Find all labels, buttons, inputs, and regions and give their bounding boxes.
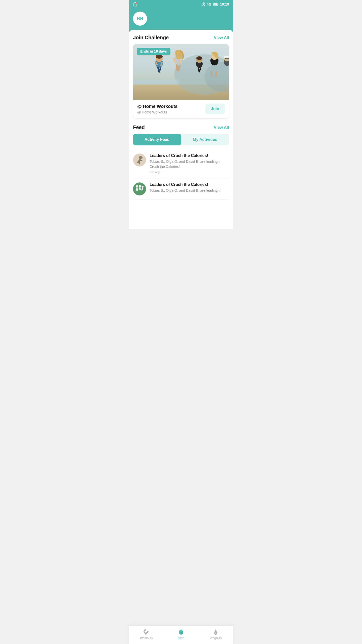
status-bar: ✓ 4G 10:19	[129, 0, 233, 9]
activity-title-1: Leaders of Crush the Calories!	[150, 153, 229, 158]
time-display: 10:19	[220, 2, 229, 6]
challenge-name: @ Home Workouts	[137, 104, 201, 109]
progress-icon	[212, 628, 219, 635]
svg-point-48	[142, 186, 144, 188]
my-activities-tab[interactable]: My Activities	[181, 134, 229, 145]
activity-time-1: 0m ago	[150, 170, 229, 174]
svg-point-44	[139, 156, 142, 159]
user-avatar[interactable]: BB	[133, 12, 147, 26]
svg-rect-42	[227, 58, 229, 59]
activity-item-2: Leaders of Crush the Calories! Tobias S.…	[133, 178, 229, 200]
join-challenge-title: Join Challenge	[133, 35, 169, 41]
join-challenge-view-all[interactable]: View All	[214, 35, 229, 40]
join-button[interactable]: Join	[205, 104, 225, 114]
feed-view-all[interactable]: View All	[214, 125, 229, 130]
nav-item-gym[interactable]: Gym	[164, 628, 198, 640]
activity-desc-1: Tobias S., Olga O. and David B. are lead…	[150, 159, 229, 169]
svg-rect-8	[213, 3, 217, 5]
network-indicator: 4G	[207, 2, 212, 6]
workouts-nav-label: Workouts	[140, 636, 153, 640]
feed-title: Feed	[133, 125, 145, 130]
status-left-icons: ✓	[133, 2, 138, 7]
notification-icon: ✓	[133, 2, 138, 7]
svg-point-31	[196, 56, 202, 60]
activity-title-2: Leaders of Crush the Calories!	[150, 182, 229, 187]
svg-rect-7	[218, 4, 218, 5]
nav-item-workouts[interactable]: Workouts	[129, 628, 164, 640]
challenge-image: Ends in 10 days	[133, 44, 229, 100]
activity-avatar-svg-2	[133, 182, 146, 195]
join-challenge-header: Join Challenge View All	[133, 35, 229, 41]
svg-text:✓: ✓	[136, 3, 137, 4]
svg-point-46	[136, 185, 138, 188]
activity-avatar-2	[133, 182, 146, 195]
join-challenge-section: Join Challenge View All	[133, 35, 229, 118]
progress-nav-label: Progress	[210, 636, 222, 640]
activity-avatar-svg-1	[133, 153, 146, 167]
activity-avatar-1	[133, 153, 146, 167]
svg-rect-13	[133, 79, 179, 85]
nav-item-progress[interactable]: Progress	[198, 628, 233, 640]
activity-content-2: Leaders of Crush the Calories! Tobias S.…	[150, 182, 229, 194]
activity-desc-2: Tobias S., Olga O. and David B. are lead…	[150, 188, 229, 193]
challenge-text: @ Home Workouts @ Home Workouts	[137, 104, 201, 114]
challenge-info: @ Home Workouts @ Home Workouts Join	[133, 100, 229, 118]
feed-section: Feed View All Activity Feed My Activitie…	[133, 125, 229, 200]
gym-nav-label: Gym	[178, 636, 184, 640]
activity-content-1: Leaders of Crush the Calories! Tobias S.…	[150, 153, 229, 174]
main-content: Join Challenge View All	[129, 30, 233, 229]
activity-item-1: Leaders of Crush the Calories! Tobias S.…	[133, 149, 229, 178]
bluetooth-icon	[202, 2, 205, 7]
challenge-card: Ends in 10 days @ Home Workouts @ Home W…	[133, 44, 229, 118]
bottom-nav: Workouts Gym Progress	[129, 626, 233, 644]
challenge-badge: Ends in 10 days	[137, 48, 170, 55]
feed-tabs: Activity Feed My Activities	[133, 134, 229, 145]
feed-header: Feed View All	[133, 125, 229, 130]
activity-feed-tab[interactable]: Activity Feed	[133, 134, 181, 145]
challenge-subtitle: @ Home Workouts	[137, 110, 201, 114]
workouts-icon	[143, 628, 150, 635]
svg-rect-41	[225, 58, 227, 59]
svg-point-16	[156, 55, 163, 59]
svg-point-47	[139, 185, 141, 187]
gym-icon	[177, 628, 185, 635]
header: BB	[129, 9, 233, 32]
battery-icon	[213, 3, 218, 6]
status-right-info: 4G 10:19	[202, 2, 229, 7]
